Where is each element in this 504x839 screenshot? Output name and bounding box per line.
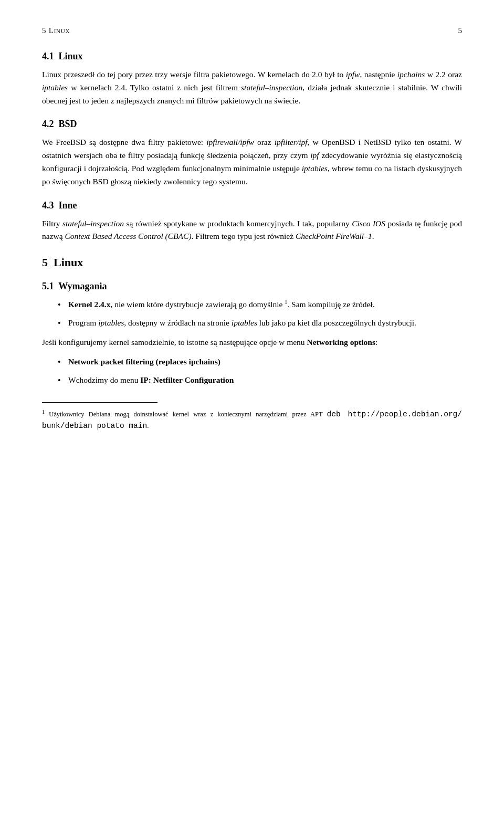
requirement-item-1: Kernel 2.4.x, nie wiem które dystrybucje… bbox=[58, 298, 462, 311]
section-4-2-heading: 4.2 BSD bbox=[42, 119, 462, 130]
section-4-1-para-1: Linux przeszedł do tej pory przez trzy w… bbox=[42, 68, 462, 107]
section-5-1-heading: 5.1 Wymagania bbox=[42, 281, 462, 292]
section-5-heading: 5 Linux bbox=[42, 256, 462, 269]
footnote-text: 1 Użytkownicy Debiana mogą doinstalować … bbox=[42, 408, 462, 432]
header-right: 5 bbox=[458, 26, 463, 35]
section-4-3-heading: 4.3 Inne bbox=[42, 200, 462, 211]
page: 5 Linux 5 4.1 Linux Linux przeszedł do t… bbox=[0, 0, 504, 839]
requirement-item-2: Program iptables, dostępny w źródłach na… bbox=[58, 317, 462, 330]
section-4-3-para-1: Filtry stateful–inspection są również sp… bbox=[42, 217, 462, 244]
page-header: 5 Linux 5 bbox=[42, 26, 462, 35]
kernel-config-intro: Jeśli konfigurujemy kernel samodzielnie,… bbox=[42, 336, 462, 349]
requirements-list: Kernel 2.4.x, nie wiem które dystrybucje… bbox=[58, 298, 462, 330]
section-4-1-heading: 4.1 Linux bbox=[42, 51, 462, 62]
header-left: 5 Linux bbox=[42, 26, 70, 35]
kernel-option-2: Wchodzimy do menu IP: Netfilter Configur… bbox=[58, 374, 462, 387]
section-4-2-para-1: We FreeBSD są dostępne dwa filtry pakiet… bbox=[42, 136, 462, 188]
footnote-divider bbox=[42, 402, 158, 403]
kernel-options-list: Network packet filtering (replaces ipcha… bbox=[58, 355, 462, 387]
kernel-option-1: Network packet filtering (replaces ipcha… bbox=[58, 355, 462, 369]
